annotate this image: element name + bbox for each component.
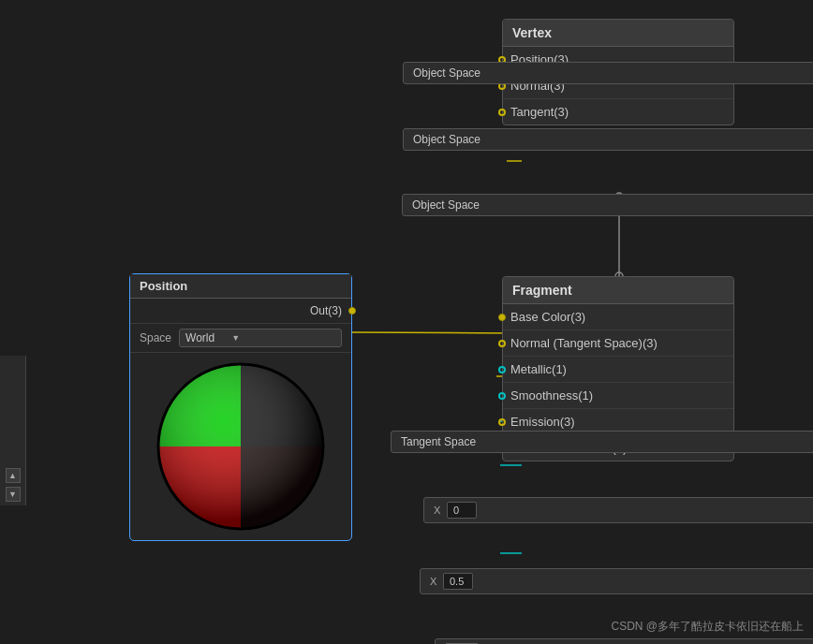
position-out-label: Out(3) xyxy=(310,304,342,317)
fragment-metallic-label: Metallic(1) xyxy=(510,362,726,376)
sidebar-arrow-down[interactable]: ▼ xyxy=(6,487,21,502)
object-space-chip-3: Object Space xyxy=(402,194,813,216)
fragment-row-metallic: Metallic(1) xyxy=(503,357,733,383)
vertex-node-title: Vertex xyxy=(503,20,733,47)
object-space-label-2: Object Space xyxy=(413,133,480,146)
fragment-smoothness-label: Smoothness(1) xyxy=(510,388,726,402)
space-row: Space World ▼ xyxy=(130,324,351,353)
metallic-input-dot[interactable] xyxy=(498,366,506,373)
sidebar-arrow-up[interactable]: ▲ xyxy=(6,468,21,483)
x0-x-label: X xyxy=(434,505,443,516)
space-dropdown-value: World xyxy=(185,331,214,344)
tangent-space-chip: Tangent Space xyxy=(391,431,813,453)
fragment-row-normal: Normal (Tangent Space)(3) xyxy=(503,330,733,357)
sidebar-strip: ▲ ▼ xyxy=(0,356,26,505)
color-sphere-container xyxy=(130,353,351,540)
fragment-row-basecolor: Base Color(3) xyxy=(503,304,733,330)
hdr-chip: HDR xyxy=(435,638,813,644)
normaltangent-input-dot[interactable] xyxy=(498,340,506,347)
object-space-chip-2: Object Space xyxy=(403,128,813,151)
color-sphere xyxy=(156,362,325,531)
fragment-normal-label: Normal (Tangent Space)(3) xyxy=(510,336,726,350)
fragment-node-title: Fragment xyxy=(503,277,733,304)
fragment-basecolor-label: Base Color(3) xyxy=(510,310,726,324)
position-node-title: Position xyxy=(130,274,351,299)
x05-value[interactable]: 0.5 xyxy=(443,573,473,590)
space-label: Space xyxy=(140,331,171,344)
fragment-emission-label: Emission(3) xyxy=(510,415,726,429)
vertex-tangent-label: Tangent(3) xyxy=(510,105,726,119)
color-sphere-svg xyxy=(156,362,325,531)
x0-value[interactable]: 0 xyxy=(447,502,477,519)
fragment-row-smoothness: Smoothness(1) xyxy=(503,383,733,409)
object-space-label-3: Object Space xyxy=(412,198,480,212)
smoothness-input-dot[interactable] xyxy=(498,392,506,400)
tangent-input-dot[interactable] xyxy=(498,109,506,116)
x05-x-label: X xyxy=(430,576,439,587)
position-node: Position Out(3) Space World ▼ xyxy=(129,273,352,541)
x05-chip: X 0.5 xyxy=(420,568,813,594)
object-space-label-1: Object Space xyxy=(413,66,480,80)
object-space-chip-1: Object Space xyxy=(403,62,813,84)
vertex-row-tangent: Tangent(3) xyxy=(503,99,733,124)
position-out-row: Out(3) xyxy=(130,299,351,324)
x0-chip: X 0 xyxy=(423,497,813,523)
position-out-dot[interactable] xyxy=(348,307,356,315)
tangent-space-label: Tangent Space xyxy=(401,435,476,448)
space-dropdown[interactable]: World ▼ xyxy=(179,329,342,347)
emission-input-dot[interactable] xyxy=(498,418,506,426)
watermark: CSDN @多年了酷拉皮卡依旧还在船上 xyxy=(611,619,804,635)
basecolor-input-dot[interactable] xyxy=(498,314,506,321)
chevron-down-icon: ▼ xyxy=(231,333,240,343)
